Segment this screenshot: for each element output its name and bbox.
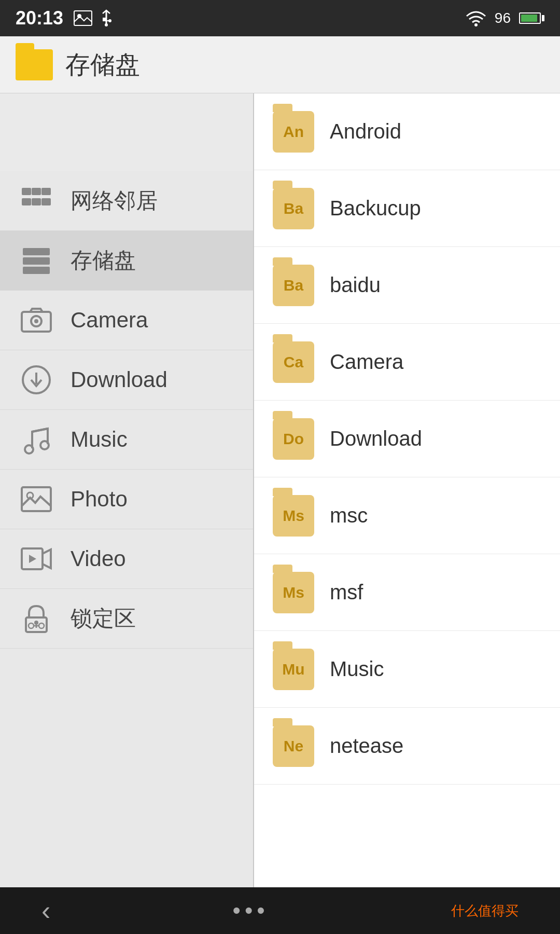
folder-badge-netease: Ne [273,725,314,767]
folder-badge-android: An [273,111,314,153]
svg-rect-11 [41,188,51,195]
sidebar-label-photo: Photo [71,487,128,512]
svg-rect-10 [32,188,41,195]
sidebar-item-video[interactable]: Video [0,529,253,589]
svg-rect-15 [23,248,50,255]
folder-name-music: Music [330,657,384,681]
folder-item-download[interactable]: Do Download [254,401,560,477]
video-icon [21,543,52,574]
locked-icon [21,603,52,634]
folder-badge-backucup: Ba [273,188,314,229]
folder-badge-camera: Ca [273,341,314,383]
sidebar-item-download[interactable]: Download [0,350,253,410]
folder-badge-baidu: Ba [273,265,314,306]
sidebar-label-camera: Camera [71,308,148,333]
sidebar-item-photo[interactable]: Photo [0,470,253,529]
svg-point-7 [105,23,108,26]
sidebar-item-music[interactable]: Music [0,410,253,470]
svg-rect-12 [22,198,31,205]
sidebar-label-storage: 存储盘 [71,246,136,275]
folder-item-msc[interactable]: Ms msc [254,477,560,554]
battery-icon [519,12,544,24]
svg-rect-26 [22,487,51,511]
status-left: 20:13 [16,7,114,29]
left-panel: 网络邻居 存储盘 Camera [0,93,254,887]
folder-item-backucup[interactable]: Ba Backucup [254,170,560,247]
folder-badge-msc: Ms [273,495,314,537]
more-button[interactable]: ••• [233,898,269,924]
battery-percent: 96 [495,10,511,26]
svg-rect-16 [23,257,50,265]
folder-badge-music: Mu [273,649,314,690]
folder-name-camera: Camera [330,350,403,374]
folder-name-baidu: baidu [330,273,381,297]
folder-name-android: Android [330,120,401,143]
svg-point-24 [25,445,33,454]
folder-name-download: Download [330,427,422,450]
download-icon [21,364,52,395]
sidebar-label-network: 网络邻居 [71,186,158,215]
folder-name-netease: netease [330,734,403,758]
image-icon [74,10,92,26]
photo-icon [21,484,52,515]
svg-point-34 [39,623,44,628]
top-space [0,93,253,171]
camera-icon [21,305,52,336]
main-content: 网络邻居 存储盘 Camera [0,93,560,887]
usb-icon [99,9,114,27]
sidebar-label-locked: 锁定区 [71,604,136,633]
folder-name-backucup: Backucup [330,197,421,220]
svg-point-31 [34,621,38,625]
svg-rect-17 [23,267,50,274]
folder-item-android[interactable]: An Android [254,93,560,170]
status-bar: 20:13 [0,0,560,36]
wifi-icon [466,10,486,26]
status-icons [74,9,114,27]
folder-badge-msf: Ms [273,572,314,613]
folder-item-baidu[interactable]: Ba baidu [254,247,560,324]
music-icon [21,424,52,455]
app-logo: 什么值得买 [451,902,519,920]
back-button[interactable]: ‹ [41,895,50,926]
folder-item-camera[interactable]: Ca Camera [254,324,560,401]
sidebar-label-music: Music [71,427,128,452]
sidebar-label-video: Video [71,546,126,571]
folder-item-msf[interactable]: Ms msf [254,554,560,631]
page-title: 存储盘 [65,48,140,81]
folder-badge-download: Do [273,418,314,460]
folder-item-music[interactable]: Mu Music [254,631,560,708]
svg-line-23 [32,429,48,432]
svg-point-20 [34,319,38,323]
sidebar-item-camera[interactable]: Camera [0,291,253,350]
svg-point-25 [40,441,49,449]
svg-rect-13 [32,198,41,205]
sidebar-item-storage[interactable]: 存储盘 [0,231,253,291]
folder-icon-large [16,49,53,80]
svg-marker-29 [29,555,36,563]
sidebar-item-locked[interactable]: 锁定区 [0,589,253,649]
folder-item-netease[interactable]: Ne netease [254,708,560,785]
status-right: 96 [466,10,544,26]
bottom-bar: ‹ ••• 什么值得买 [0,887,560,934]
folder-name-msf: msf [330,581,363,604]
right-panel: An Android Ba Backucup Ba baidu Ca Camer… [254,93,560,887]
svg-point-33 [29,623,34,628]
folder-name-msc: msc [330,504,368,527]
network-icon [21,185,52,216]
sidebar-item-network[interactable]: 网络邻居 [0,171,253,231]
svg-rect-9 [22,188,31,195]
title-bar: 存储盘 [0,36,560,93]
sidebar-label-download: Download [71,367,167,392]
svg-rect-0 [74,11,92,25]
svg-rect-14 [41,198,51,205]
storage-icon [21,245,52,276]
status-time: 20:13 [16,7,63,29]
svg-point-8 [474,23,478,26]
